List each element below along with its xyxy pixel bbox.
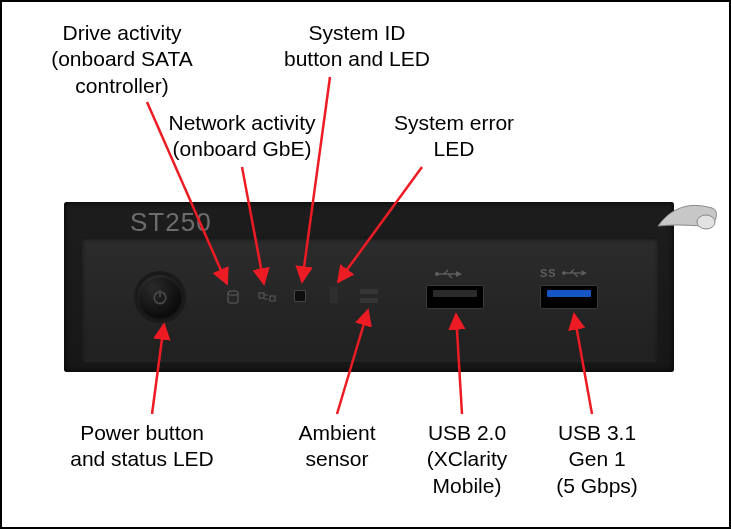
label-power-button: Power button and status LED <box>42 420 242 473</box>
ambient-sensor <box>360 289 378 303</box>
svg-point-2 <box>228 291 238 295</box>
usb-icon <box>434 268 462 283</box>
label-drive-activity: Drive activity (onboard SATA controller) <box>22 20 222 99</box>
label-system-id: System ID button and LED <box>257 20 457 73</box>
power-button[interactable] <box>138 275 182 319</box>
usb-3-port[interactable] <box>540 285 598 309</box>
drive-activity-led <box>226 290 240 310</box>
usb-2-port[interactable] <box>426 285 484 309</box>
model-label: ST250 <box>130 207 212 238</box>
latch <box>656 192 726 252</box>
superspeed-icon: SS <box>540 267 587 279</box>
label-system-error: System error LED <box>364 110 544 163</box>
power-icon <box>150 287 170 307</box>
network-activity-led <box>258 290 276 308</box>
label-ambient-sensor: Ambient sensor <box>272 420 402 473</box>
label-network-activity: Network activity (onboard GbE) <box>142 110 342 163</box>
label-usb31: USB 3.1 Gen 1 (5 Gbps) <box>532 420 662 499</box>
diagram-frame: Drive activity (onboard SATA controller)… <box>0 0 731 529</box>
svg-rect-3 <box>259 293 264 298</box>
label-usb20: USB 2.0 (XClarity Mobile) <box>402 420 532 499</box>
svg-marker-7 <box>456 271 462 277</box>
svg-rect-4 <box>270 296 275 301</box>
svg-point-11 <box>697 215 715 229</box>
svg-marker-10 <box>581 270 587 276</box>
system-id-button[interactable] <box>294 290 306 302</box>
system-error-led <box>330 287 338 303</box>
